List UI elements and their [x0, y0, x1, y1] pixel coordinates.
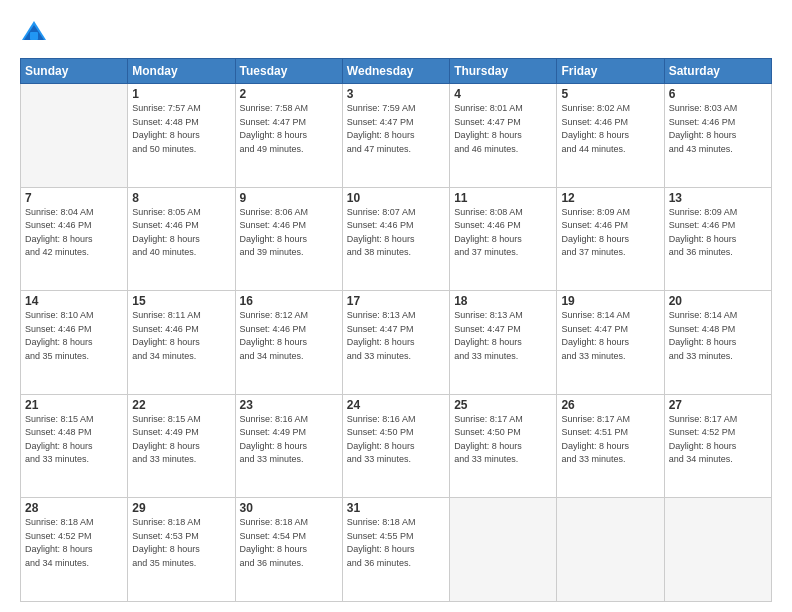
logo-icon	[20, 18, 48, 46]
day-number: 23	[240, 398, 338, 412]
day-number: 21	[25, 398, 123, 412]
calendar-cell: 30Sunrise: 8:18 AMSunset: 4:54 PMDayligh…	[235, 498, 342, 602]
day-info: Sunrise: 8:15 AMSunset: 4:48 PMDaylight:…	[25, 413, 123, 467]
calendar-cell: 17Sunrise: 8:13 AMSunset: 4:47 PMDayligh…	[342, 291, 449, 395]
day-info: Sunrise: 8:12 AMSunset: 4:46 PMDaylight:…	[240, 309, 338, 363]
day-number: 14	[25, 294, 123, 308]
calendar-week-3: 21Sunrise: 8:15 AMSunset: 4:48 PMDayligh…	[21, 394, 772, 498]
day-number: 24	[347, 398, 445, 412]
day-number: 17	[347, 294, 445, 308]
calendar-cell: 7Sunrise: 8:04 AMSunset: 4:46 PMDaylight…	[21, 187, 128, 291]
calendar-cell: 25Sunrise: 8:17 AMSunset: 4:50 PMDayligh…	[450, 394, 557, 498]
day-info: Sunrise: 8:05 AMSunset: 4:46 PMDaylight:…	[132, 206, 230, 260]
logo	[20, 18, 52, 46]
day-info: Sunrise: 7:58 AMSunset: 4:47 PMDaylight:…	[240, 102, 338, 156]
day-info: Sunrise: 8:17 AMSunset: 4:52 PMDaylight:…	[669, 413, 767, 467]
calendar-cell: 18Sunrise: 8:13 AMSunset: 4:47 PMDayligh…	[450, 291, 557, 395]
day-info: Sunrise: 8:17 AMSunset: 4:51 PMDaylight:…	[561, 413, 659, 467]
calendar-cell: 4Sunrise: 8:01 AMSunset: 4:47 PMDaylight…	[450, 84, 557, 188]
day-number: 3	[347, 87, 445, 101]
day-info: Sunrise: 8:18 AMSunset: 4:53 PMDaylight:…	[132, 516, 230, 570]
day-info: Sunrise: 8:10 AMSunset: 4:46 PMDaylight:…	[25, 309, 123, 363]
calendar-cell: 31Sunrise: 8:18 AMSunset: 4:55 PMDayligh…	[342, 498, 449, 602]
weekday-row: SundayMondayTuesdayWednesdayThursdayFrid…	[21, 59, 772, 84]
day-number: 26	[561, 398, 659, 412]
day-info: Sunrise: 8:09 AMSunset: 4:46 PMDaylight:…	[669, 206, 767, 260]
day-number: 25	[454, 398, 552, 412]
calendar-cell: 27Sunrise: 8:17 AMSunset: 4:52 PMDayligh…	[664, 394, 771, 498]
day-number: 5	[561, 87, 659, 101]
day-number: 6	[669, 87, 767, 101]
day-number: 19	[561, 294, 659, 308]
day-info: Sunrise: 8:15 AMSunset: 4:49 PMDaylight:…	[132, 413, 230, 467]
day-info: Sunrise: 8:09 AMSunset: 4:46 PMDaylight:…	[561, 206, 659, 260]
day-info: Sunrise: 8:16 AMSunset: 4:49 PMDaylight:…	[240, 413, 338, 467]
calendar-cell: 10Sunrise: 8:07 AMSunset: 4:46 PMDayligh…	[342, 187, 449, 291]
calendar-cell: 12Sunrise: 8:09 AMSunset: 4:46 PMDayligh…	[557, 187, 664, 291]
calendar-cell: 16Sunrise: 8:12 AMSunset: 4:46 PMDayligh…	[235, 291, 342, 395]
day-info: Sunrise: 7:57 AMSunset: 4:48 PMDaylight:…	[132, 102, 230, 156]
day-number: 20	[669, 294, 767, 308]
calendar-cell: 21Sunrise: 8:15 AMSunset: 4:48 PMDayligh…	[21, 394, 128, 498]
calendar-cell	[557, 498, 664, 602]
calendar-cell: 23Sunrise: 8:16 AMSunset: 4:49 PMDayligh…	[235, 394, 342, 498]
calendar-cell: 13Sunrise: 8:09 AMSunset: 4:46 PMDayligh…	[664, 187, 771, 291]
day-info: Sunrise: 8:01 AMSunset: 4:47 PMDaylight:…	[454, 102, 552, 156]
calendar-cell: 11Sunrise: 8:08 AMSunset: 4:46 PMDayligh…	[450, 187, 557, 291]
day-number: 29	[132, 501, 230, 515]
calendar-header: SundayMondayTuesdayWednesdayThursdayFrid…	[21, 59, 772, 84]
weekday-header-thursday: Thursday	[450, 59, 557, 84]
calendar-week-0: 1Sunrise: 7:57 AMSunset: 4:48 PMDaylight…	[21, 84, 772, 188]
calendar-cell	[450, 498, 557, 602]
weekday-header-saturday: Saturday	[664, 59, 771, 84]
calendar-cell	[21, 84, 128, 188]
day-number: 9	[240, 191, 338, 205]
calendar-cell: 28Sunrise: 8:18 AMSunset: 4:52 PMDayligh…	[21, 498, 128, 602]
calendar-week-2: 14Sunrise: 8:10 AMSunset: 4:46 PMDayligh…	[21, 291, 772, 395]
day-number: 13	[669, 191, 767, 205]
day-info: Sunrise: 8:04 AMSunset: 4:46 PMDaylight:…	[25, 206, 123, 260]
day-number: 28	[25, 501, 123, 515]
day-number: 15	[132, 294, 230, 308]
calendar-cell: 20Sunrise: 8:14 AMSunset: 4:48 PMDayligh…	[664, 291, 771, 395]
day-info: Sunrise: 8:08 AMSunset: 4:46 PMDaylight:…	[454, 206, 552, 260]
calendar-cell: 5Sunrise: 8:02 AMSunset: 4:46 PMDaylight…	[557, 84, 664, 188]
day-number: 16	[240, 294, 338, 308]
weekday-header-wednesday: Wednesday	[342, 59, 449, 84]
day-info: Sunrise: 8:11 AMSunset: 4:46 PMDaylight:…	[132, 309, 230, 363]
calendar-cell: 29Sunrise: 8:18 AMSunset: 4:53 PMDayligh…	[128, 498, 235, 602]
calendar-cell: 26Sunrise: 8:17 AMSunset: 4:51 PMDayligh…	[557, 394, 664, 498]
calendar-body: 1Sunrise: 7:57 AMSunset: 4:48 PMDaylight…	[21, 84, 772, 602]
day-info: Sunrise: 8:14 AMSunset: 4:47 PMDaylight:…	[561, 309, 659, 363]
day-number: 4	[454, 87, 552, 101]
day-info: Sunrise: 8:13 AMSunset: 4:47 PMDaylight:…	[454, 309, 552, 363]
day-number: 8	[132, 191, 230, 205]
day-number: 27	[669, 398, 767, 412]
calendar-table: SundayMondayTuesdayWednesdayThursdayFrid…	[20, 58, 772, 602]
day-number: 18	[454, 294, 552, 308]
calendar-cell: 3Sunrise: 7:59 AMSunset: 4:47 PMDaylight…	[342, 84, 449, 188]
weekday-header-friday: Friday	[557, 59, 664, 84]
day-info: Sunrise: 8:14 AMSunset: 4:48 PMDaylight:…	[669, 309, 767, 363]
weekday-header-monday: Monday	[128, 59, 235, 84]
day-info: Sunrise: 7:59 AMSunset: 4:47 PMDaylight:…	[347, 102, 445, 156]
header	[20, 18, 772, 46]
day-info: Sunrise: 8:06 AMSunset: 4:46 PMDaylight:…	[240, 206, 338, 260]
day-info: Sunrise: 8:18 AMSunset: 4:55 PMDaylight:…	[347, 516, 445, 570]
day-number: 10	[347, 191, 445, 205]
day-info: Sunrise: 8:18 AMSunset: 4:52 PMDaylight:…	[25, 516, 123, 570]
page: SundayMondayTuesdayWednesdayThursdayFrid…	[0, 0, 792, 612]
calendar-cell: 19Sunrise: 8:14 AMSunset: 4:47 PMDayligh…	[557, 291, 664, 395]
day-info: Sunrise: 8:07 AMSunset: 4:46 PMDaylight:…	[347, 206, 445, 260]
calendar-cell: 6Sunrise: 8:03 AMSunset: 4:46 PMDaylight…	[664, 84, 771, 188]
calendar-cell: 24Sunrise: 8:16 AMSunset: 4:50 PMDayligh…	[342, 394, 449, 498]
weekday-header-sunday: Sunday	[21, 59, 128, 84]
calendar-week-4: 28Sunrise: 8:18 AMSunset: 4:52 PMDayligh…	[21, 498, 772, 602]
day-number: 30	[240, 501, 338, 515]
calendar-cell: 9Sunrise: 8:06 AMSunset: 4:46 PMDaylight…	[235, 187, 342, 291]
day-info: Sunrise: 8:03 AMSunset: 4:46 PMDaylight:…	[669, 102, 767, 156]
day-info: Sunrise: 8:16 AMSunset: 4:50 PMDaylight:…	[347, 413, 445, 467]
calendar-week-1: 7Sunrise: 8:04 AMSunset: 4:46 PMDaylight…	[21, 187, 772, 291]
calendar-cell: 8Sunrise: 8:05 AMSunset: 4:46 PMDaylight…	[128, 187, 235, 291]
day-info: Sunrise: 8:18 AMSunset: 4:54 PMDaylight:…	[240, 516, 338, 570]
